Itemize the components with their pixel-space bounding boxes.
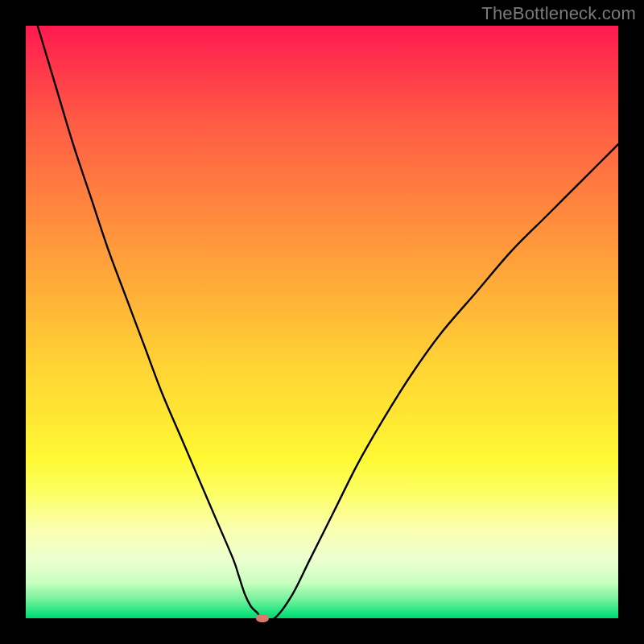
watermark-text: TheBottleneck.com [481, 3, 636, 24]
bottleneck-curve [26, 26, 618, 618]
minimum-marker [256, 614, 269, 622]
chart-frame: TheBottleneck.com [0, 0, 644, 644]
plot-area [26, 26, 618, 618]
